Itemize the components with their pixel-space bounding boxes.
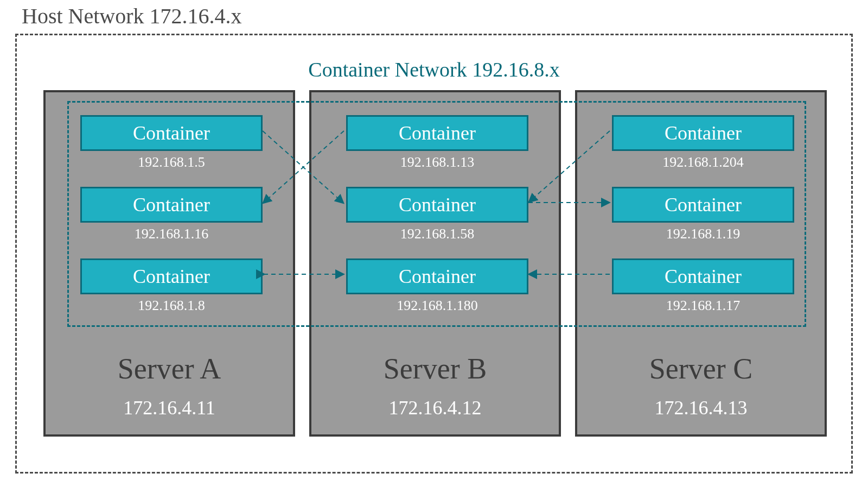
server-c: Container 192.168.1.204 Container 192.16… xyxy=(575,90,827,437)
server-host-ip: 172.16.4.11 xyxy=(46,396,293,419)
container-network-title: Container Network 192.16.8.x xyxy=(0,58,868,81)
container-box: Container xyxy=(80,258,263,294)
server-name: Server A xyxy=(46,352,293,386)
container-ip: 192.168.1.19 xyxy=(612,226,794,242)
server-name: Server B xyxy=(311,352,559,386)
container-box: Container xyxy=(612,187,794,223)
container-box: Container xyxy=(346,115,528,151)
container-ip: 192.168.1.13 xyxy=(346,154,528,171)
container-box: Container xyxy=(80,187,263,223)
server-b: Container 192.168.1.13 Container 192.168… xyxy=(309,90,561,437)
container-box: Container xyxy=(612,258,794,294)
server-host-ip: 172.16.4.13 xyxy=(577,396,825,419)
server-a: Container 192.168.1.5 Container 192.168.… xyxy=(43,90,295,437)
container-ip: 192.168.1.5 xyxy=(80,154,263,171)
container-box: Container xyxy=(346,187,528,223)
container-box: Container xyxy=(346,258,528,294)
server-host-ip: 172.16.4.12 xyxy=(311,396,559,419)
host-network-title: Host Network 172.16.4.x xyxy=(22,3,242,29)
server-name: Server C xyxy=(577,352,825,386)
container-box: Container xyxy=(80,115,263,151)
container-ip: 192.168.1.180 xyxy=(346,298,528,314)
container-ip: 192.168.1.8 xyxy=(80,298,263,314)
container-ip: 192.168.1.58 xyxy=(346,226,528,242)
container-ip: 192.168.1.16 xyxy=(80,226,263,242)
container-ip: 192.168.1.204 xyxy=(612,154,794,171)
container-ip: 192.168.1.17 xyxy=(612,298,794,314)
container-box: Container xyxy=(612,115,794,151)
